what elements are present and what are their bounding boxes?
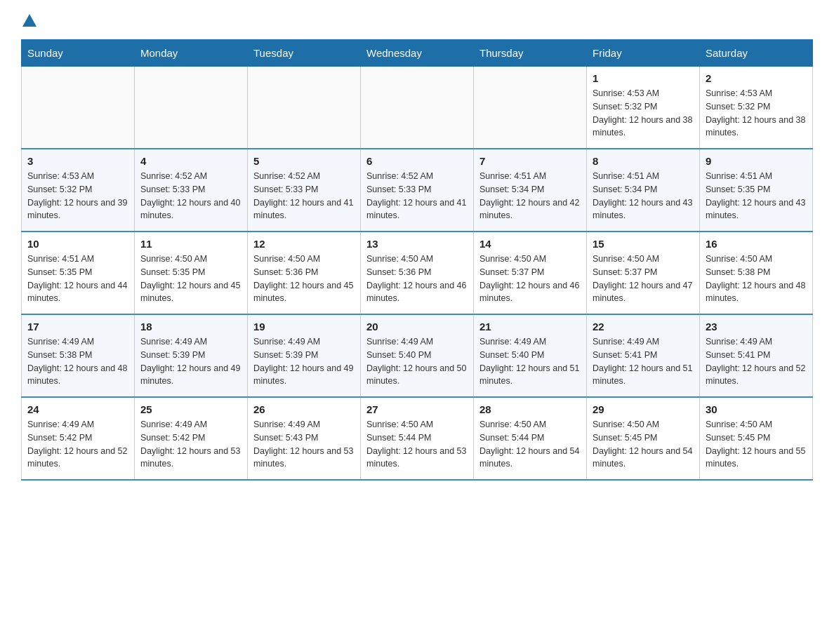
day-info: Sunrise: 4:49 AM Sunset: 5:40 PM Dayligh… — [479, 335, 581, 388]
weekday-header-thursday: Thursday — [474, 40, 587, 67]
calendar-cell: 29Sunrise: 4:50 AM Sunset: 5:45 PM Dayli… — [587, 397, 700, 480]
day-number: 27 — [366, 403, 468, 415]
calendar-cell: 25Sunrise: 4:49 AM Sunset: 5:42 PM Dayli… — [135, 397, 248, 480]
day-info: Sunrise: 4:51 AM Sunset: 5:34 PM Dayligh… — [593, 170, 694, 222]
day-info: Sunrise: 4:50 AM Sunset: 5:36 PM Dayligh… — [253, 253, 355, 305]
weekday-header-row: SundayMondayTuesdayWednesdayThursdayFrid… — [22, 40, 813, 67]
calendar-week-row: 17Sunrise: 4:49 AM Sunset: 5:38 PM Dayli… — [22, 314, 813, 397]
day-info: Sunrise: 4:53 AM Sunset: 5:32 PM Dayligh… — [706, 87, 807, 140]
day-info: Sunrise: 4:49 AM Sunset: 5:42 PM Dayligh… — [140, 418, 241, 471]
calendar-cell: 13Sunrise: 4:50 AM Sunset: 5:36 PM Dayli… — [361, 232, 474, 314]
day-info: Sunrise: 4:52 AM Sunset: 5:33 PM Dayligh… — [253, 170, 355, 222]
day-number: 25 — [140, 403, 241, 415]
day-number: 6 — [366, 155, 468, 167]
logo-text — [21, 14, 38, 28]
calendar-cell: 20Sunrise: 4:49 AM Sunset: 5:40 PM Dayli… — [361, 314, 474, 397]
calendar-cell — [248, 67, 361, 149]
day-number: 3 — [27, 155, 128, 167]
day-info: Sunrise: 4:49 AM Sunset: 5:43 PM Dayligh… — [253, 418, 355, 471]
day-number: 21 — [479, 321, 581, 333]
calendar-cell: 22Sunrise: 4:49 AM Sunset: 5:41 PM Dayli… — [587, 314, 700, 397]
day-number: 1 — [593, 72, 694, 84]
day-info: Sunrise: 4:49 AM Sunset: 5:38 PM Dayligh… — [27, 335, 128, 388]
calendar-cell: 16Sunrise: 4:50 AM Sunset: 5:38 PM Dayli… — [700, 232, 813, 314]
day-number: 29 — [593, 403, 694, 415]
day-number: 16 — [706, 238, 807, 250]
day-info: Sunrise: 4:53 AM Sunset: 5:32 PM Dayligh… — [27, 170, 128, 222]
calendar-cell: 9Sunrise: 4:51 AM Sunset: 5:35 PM Daylig… — [700, 149, 813, 232]
day-info: Sunrise: 4:53 AM Sunset: 5:32 PM Dayligh… — [593, 87, 694, 140]
day-number: 2 — [706, 72, 807, 84]
calendar-cell — [22, 67, 135, 149]
calendar-cell: 2Sunrise: 4:53 AM Sunset: 5:32 PM Daylig… — [700, 67, 813, 149]
calendar-cell: 11Sunrise: 4:50 AM Sunset: 5:35 PM Dayli… — [135, 232, 248, 314]
day-number: 14 — [479, 238, 581, 250]
day-number: 23 — [706, 321, 807, 333]
day-number: 24 — [27, 403, 128, 415]
weekday-header-saturday: Saturday — [700, 40, 813, 67]
calendar-cell: 24Sunrise: 4:49 AM Sunset: 5:42 PM Dayli… — [22, 397, 135, 480]
calendar-cell: 5Sunrise: 4:52 AM Sunset: 5:33 PM Daylig… — [248, 149, 361, 232]
day-info: Sunrise: 4:49 AM Sunset: 5:39 PM Dayligh… — [253, 335, 355, 388]
calendar-cell: 8Sunrise: 4:51 AM Sunset: 5:34 PM Daylig… — [587, 149, 700, 232]
calendar-cell: 3Sunrise: 4:53 AM Sunset: 5:32 PM Daylig… — [22, 149, 135, 232]
day-number: 26 — [253, 403, 355, 415]
day-info: Sunrise: 4:50 AM Sunset: 5:44 PM Dayligh… — [479, 418, 581, 471]
day-info: Sunrise: 4:49 AM Sunset: 5:41 PM Dayligh… — [593, 335, 694, 388]
day-info: Sunrise: 4:49 AM Sunset: 5:39 PM Dayligh… — [140, 335, 241, 388]
calendar-cell: 7Sunrise: 4:51 AM Sunset: 5:34 PM Daylig… — [474, 149, 587, 232]
day-number: 8 — [593, 155, 694, 167]
calendar-cell: 15Sunrise: 4:50 AM Sunset: 5:37 PM Dayli… — [587, 232, 700, 314]
day-info: Sunrise: 4:51 AM Sunset: 5:35 PM Dayligh… — [706, 170, 807, 222]
calendar-cell: 10Sunrise: 4:51 AM Sunset: 5:35 PM Dayli… — [22, 232, 135, 314]
weekday-header-tuesday: Tuesday — [248, 40, 361, 67]
logo-triangle-icon — [22, 14, 37, 27]
calendar-cell: 18Sunrise: 4:49 AM Sunset: 5:39 PM Dayli… — [135, 314, 248, 397]
day-info: Sunrise: 4:50 AM Sunset: 5:35 PM Dayligh… — [140, 253, 241, 305]
calendar-cell — [474, 67, 587, 149]
weekday-header-monday: Monday — [135, 40, 248, 67]
day-info: Sunrise: 4:50 AM Sunset: 5:37 PM Dayligh… — [593, 253, 694, 305]
calendar-cell: 21Sunrise: 4:49 AM Sunset: 5:40 PM Dayli… — [474, 314, 587, 397]
day-info: Sunrise: 4:52 AM Sunset: 5:33 PM Dayligh… — [366, 170, 468, 222]
calendar-cell: 17Sunrise: 4:49 AM Sunset: 5:38 PM Dayli… — [22, 314, 135, 397]
day-number: 5 — [253, 155, 355, 167]
day-info: Sunrise: 4:50 AM Sunset: 5:38 PM Dayligh… — [706, 253, 807, 305]
calendar-cell: 6Sunrise: 4:52 AM Sunset: 5:33 PM Daylig… — [361, 149, 474, 232]
day-info: Sunrise: 4:50 AM Sunset: 5:44 PM Dayligh… — [366, 418, 468, 471]
day-number: 22 — [593, 321, 694, 333]
calendar-cell — [135, 67, 248, 149]
day-number: 28 — [479, 403, 581, 415]
weekday-header-wednesday: Wednesday — [361, 40, 474, 67]
day-info: Sunrise: 4:49 AM Sunset: 5:40 PM Dayligh… — [366, 335, 468, 388]
day-number: 30 — [706, 403, 807, 415]
calendar-cell: 26Sunrise: 4:49 AM Sunset: 5:43 PM Dayli… — [248, 397, 361, 480]
logo — [21, 14, 38, 28]
page-header — [21, 14, 813, 28]
calendar-cell: 28Sunrise: 4:50 AM Sunset: 5:44 PM Dayli… — [474, 397, 587, 480]
calendar-week-row: 10Sunrise: 4:51 AM Sunset: 5:35 PM Dayli… — [22, 232, 813, 314]
calendar-cell: 4Sunrise: 4:52 AM Sunset: 5:33 PM Daylig… — [135, 149, 248, 232]
calendar-cell: 27Sunrise: 4:50 AM Sunset: 5:44 PM Dayli… — [361, 397, 474, 480]
day-info: Sunrise: 4:50 AM Sunset: 5:36 PM Dayligh… — [366, 253, 468, 305]
calendar-cell: 14Sunrise: 4:50 AM Sunset: 5:37 PM Dayli… — [474, 232, 587, 314]
day-number: 7 — [479, 155, 581, 167]
day-info: Sunrise: 4:49 AM Sunset: 5:41 PM Dayligh… — [706, 335, 807, 388]
day-number: 12 — [253, 238, 355, 250]
day-number: 9 — [706, 155, 807, 167]
day-info: Sunrise: 4:51 AM Sunset: 5:35 PM Dayligh… — [27, 253, 128, 305]
day-info: Sunrise: 4:52 AM Sunset: 5:33 PM Dayligh… — [140, 170, 241, 222]
calendar-header: SundayMondayTuesdayWednesdayThursdayFrid… — [22, 40, 813, 67]
calendar-cell — [361, 67, 474, 149]
day-info: Sunrise: 4:50 AM Sunset: 5:45 PM Dayligh… — [593, 418, 694, 471]
calendar-cell: 23Sunrise: 4:49 AM Sunset: 5:41 PM Dayli… — [700, 314, 813, 397]
calendar-cell: 12Sunrise: 4:50 AM Sunset: 5:36 PM Dayli… — [248, 232, 361, 314]
day-number: 10 — [27, 238, 128, 250]
calendar-cell: 30Sunrise: 4:50 AM Sunset: 5:45 PM Dayli… — [700, 397, 813, 480]
calendar-body: 1Sunrise: 4:53 AM Sunset: 5:32 PM Daylig… — [22, 67, 813, 481]
weekday-header-friday: Friday — [587, 40, 700, 67]
day-number: 15 — [593, 238, 694, 250]
day-number: 11 — [140, 238, 241, 250]
day-info: Sunrise: 4:50 AM Sunset: 5:45 PM Dayligh… — [706, 418, 807, 471]
calendar-week-row: 1Sunrise: 4:53 AM Sunset: 5:32 PM Daylig… — [22, 67, 813, 149]
